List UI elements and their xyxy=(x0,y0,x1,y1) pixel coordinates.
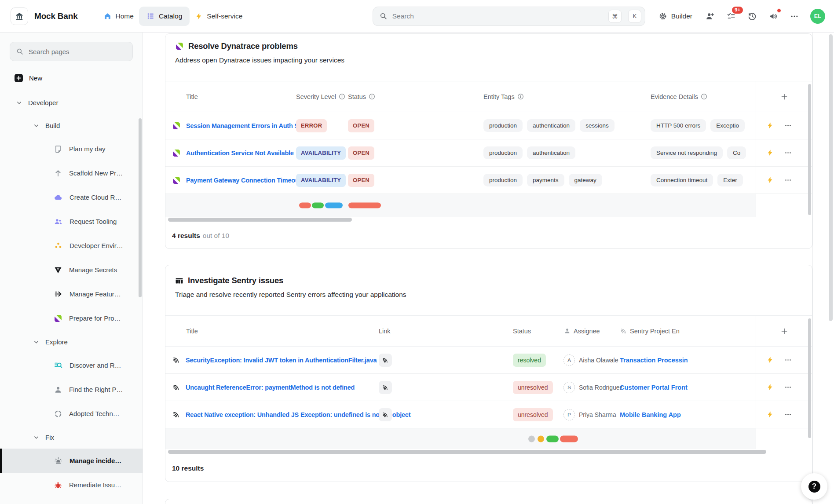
row-more-button[interactable] xyxy=(784,411,792,418)
user-avatar[interactable]: EL xyxy=(810,9,825,24)
more-menu-button[interactable] xyxy=(786,7,803,25)
dynatrace-card: Resolve Dynatrace problems Address open … xyxy=(165,33,812,249)
assignee-name: Priya Sharma xyxy=(579,411,616,418)
builder-button[interactable]: Builder xyxy=(653,7,698,26)
run-action-button[interactable] xyxy=(766,356,774,364)
table-vertical-scrollbar[interactable] xyxy=(808,84,811,215)
sentry-external-link-button[interactable] xyxy=(379,381,392,394)
chevron-down-icon xyxy=(16,99,22,106)
run-action-button[interactable] xyxy=(766,176,774,184)
brand-logo[interactable] xyxy=(11,7,28,25)
sidebar-section-explore[interactable]: Explore xyxy=(0,330,143,353)
nav-tab-self-service[interactable]: Self-service xyxy=(190,7,248,26)
issue-title-link[interactable]: Uncaught ReferenceError: paymentMethod i… xyxy=(186,384,355,391)
horizontal-scrollbar-thumb[interactable] xyxy=(168,218,352,222)
dynatrace-icon xyxy=(54,314,62,323)
info-icon[interactable] xyxy=(701,93,707,100)
segmented-circle-icon xyxy=(54,409,62,418)
sidebar-item-manage-incidents[interactable]: Manage incide… xyxy=(0,449,143,473)
info-icon[interactable] xyxy=(517,93,524,100)
dynatrace-icon xyxy=(172,176,181,185)
sidebar-item-adopted-technologies[interactable]: Adopted Techn… xyxy=(0,402,143,426)
sidebar-section-build[interactable]: Build xyxy=(0,114,143,137)
help-button[interactable]: ? xyxy=(801,473,827,500)
catalog-icon xyxy=(146,12,155,20)
sidebar-item-developer-environments[interactable]: Developer Envir… xyxy=(0,234,143,258)
card-title: Resolve Dynatrace problems xyxy=(188,41,298,51)
person-add-icon xyxy=(705,11,715,21)
history-button[interactable] xyxy=(743,7,761,25)
sidebar-item-request-tooling[interactable]: Request Tooling xyxy=(0,209,143,234)
info-icon[interactable] xyxy=(369,93,375,100)
row-more-button[interactable] xyxy=(784,122,792,129)
dynatrace-icon xyxy=(172,121,181,130)
sidebar-item-remediate-issues[interactable]: Remediate Issu… xyxy=(0,473,143,497)
sentry-icon xyxy=(172,356,180,364)
sidebar-item-manage-secrets[interactable]: Manage Secrets xyxy=(0,258,143,282)
sidebar-item-plan-my-day[interactable]: Plan my day xyxy=(0,137,143,161)
dynatrace-icon xyxy=(175,42,184,51)
sidebar-item-discover-and-research[interactable]: Discover and R… xyxy=(0,353,143,377)
sentry-external-link-button[interactable] xyxy=(379,408,392,421)
issue-title-link[interactable]: SecurityException: Invalid JWT token in … xyxy=(186,357,377,364)
page-scrollbar[interactable] xyxy=(829,34,833,321)
global-search-input[interactable]: Search ⌘ K xyxy=(373,7,645,26)
peek-pill xyxy=(528,435,535,442)
column-severity: Severity Level xyxy=(296,93,336,100)
problem-title-link[interactable]: Authentication Service Not Available xyxy=(186,150,294,157)
row-more-button[interactable] xyxy=(784,356,792,364)
sentry-external-link-button[interactable] xyxy=(379,354,392,367)
invite-user-button[interactable] xyxy=(701,7,719,25)
sentry-project-link[interactable]: Customer Portal Front xyxy=(620,384,688,391)
sidebar-item-find-the-right-person[interactable]: Find the Right P… xyxy=(0,377,143,402)
sentry-project-link[interactable]: Transaction Processin xyxy=(620,357,688,364)
severity-badge: AVAILABILITY xyxy=(296,146,346,160)
entity-tag: payments xyxy=(527,174,564,186)
sidebar-scrollbar[interactable] xyxy=(139,118,142,297)
horizontal-scrollbar-thumb[interactable] xyxy=(168,450,766,454)
sentry-project-link[interactable]: Mobile Banking App xyxy=(620,411,681,418)
nav-tab-home[interactable]: Home xyxy=(98,7,139,26)
row-more-button[interactable] xyxy=(784,149,792,157)
tasks-button[interactable]: 9+ xyxy=(722,7,740,25)
add-column-button[interactable] xyxy=(780,327,788,335)
severity-badge: ERROR xyxy=(296,119,327,132)
add-column-button[interactable] xyxy=(780,93,788,101)
gear-icon xyxy=(658,12,667,21)
card-title: Investigate Sentry issues xyxy=(188,276,283,285)
sidebar-item-prepare-for-production[interactable]: Prepare for Pro… xyxy=(0,306,143,330)
sidebar-item-scaffold-new-project[interactable]: Scaffold New Pr… xyxy=(0,161,143,185)
sidebar-section-developer[interactable]: Developer xyxy=(0,91,143,114)
assignee-name: Sofia Rodriguez xyxy=(579,384,623,391)
run-action-button[interactable] xyxy=(766,122,774,129)
dots-triangle-icon xyxy=(54,241,63,250)
sidebar-item-create-cloud-resource[interactable]: Create Cloud R… xyxy=(0,185,143,209)
sentry-card: Investigate Sentry issues Triage and res… xyxy=(165,265,812,482)
peek-pill xyxy=(325,203,343,208)
new-page-button[interactable]: New xyxy=(15,69,143,87)
run-action-button[interactable] xyxy=(766,411,774,418)
table-vertical-scrollbar[interactable] xyxy=(808,318,811,438)
sidebar-item-manage-features[interactable]: Manage Featur… xyxy=(0,282,143,306)
kbd-cmd-key: ⌘ xyxy=(608,10,622,23)
problem-title-link[interactable]: Payment Gateway Connection Timeout xyxy=(186,177,301,184)
sidebar-section-fix[interactable]: Fix xyxy=(0,426,143,449)
run-action-button[interactable] xyxy=(766,149,774,157)
status-badge: unresolved xyxy=(513,408,553,421)
nav-tab-catalog[interactable]: Catalog xyxy=(139,7,190,26)
row-more-button[interactable] xyxy=(784,383,792,391)
issue-title-link[interactable]: React Native exception: Unhandled JS Exc… xyxy=(186,411,410,418)
info-icon[interactable] xyxy=(339,93,345,100)
home-icon xyxy=(103,12,112,20)
sidebar-search-input[interactable]: Search pages xyxy=(10,42,133,61)
run-action-button[interactable] xyxy=(766,383,774,391)
assignee-avatar: P xyxy=(563,409,575,420)
main-content: Resolve Dynatrace problems Address open … xyxy=(143,33,813,504)
announcements-button[interactable] xyxy=(764,7,782,25)
search-icon xyxy=(16,47,24,55)
tasks-count-badge: 9+ xyxy=(731,6,744,15)
row-more-button[interactable] xyxy=(784,176,792,184)
status-badge: resolved xyxy=(513,354,546,367)
evidence-pill: Service not responding xyxy=(651,146,723,159)
bug-icon xyxy=(54,481,62,489)
